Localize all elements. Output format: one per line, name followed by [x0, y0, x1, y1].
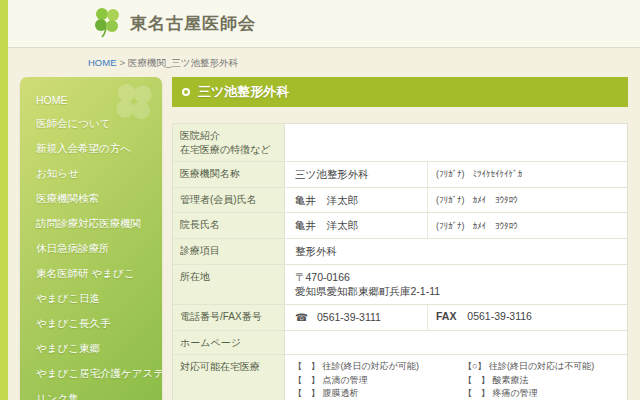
sidebar-item[interactable]: HOME [20, 89, 162, 111]
manager-label: 管理者(会員)氏名 [173, 188, 285, 213]
table-row: 医院紹介 在宅医療の特徴など [173, 124, 627, 162]
sidebar-item[interactable]: 休日急病診療所 [20, 237, 162, 261]
table-row: 電話番号/FAX番号 ☎ 0561-39-3111 FAX 0561-39-31… [173, 305, 627, 331]
postal-code: 〒470-0166 [295, 270, 617, 285]
homecare-item: 【 】 腹膜透析 [293, 387, 449, 400]
sidebar-item[interactable]: 医療機関検索 [20, 187, 162, 211]
street-address: 愛知県愛知郡東郷町兵庫2-1-11 [295, 285, 440, 297]
sidebar-item[interactable]: やまびこ東郷 [20, 337, 162, 361]
page-title-bar: 三ツ池整形外科 [172, 77, 628, 107]
department-label: 診療項目 [173, 239, 285, 264]
homecare-item: 【 】 酸素療法 [463, 374, 619, 388]
clinic-info-table: 医院紹介 在宅医療の特徴など 医療機関名称 三ツ池整形外科 (ﾌﾘｶﾞﾅ) ﾐﾂ… [172, 123, 628, 400]
name-value: 三ツ池整形外科 [285, 162, 427, 187]
director-kana: ｶﾒｲ ﾖｳﾀﾛｳ [473, 221, 518, 231]
intro-value [285, 124, 627, 161]
homepage-label: ホームページ [173, 331, 285, 355]
address-value: 〒470-0166 愛知県愛知郡東郷町兵庫2-1-11 [285, 265, 627, 304]
homepage-value [285, 331, 627, 355]
sidebar-nav: HOME医師会について新規入会希望の方へお知らせ医療機関検索訪問診療対応医療機関… [20, 77, 162, 400]
fax-cell: FAX 0561-39-3116 [427, 305, 627, 330]
sidebar-item[interactable]: 新規入会希望の方へ [20, 137, 162, 161]
fax-label: FAX [436, 310, 456, 322]
table-row: ホームページ [173, 331, 627, 356]
homecare-checklist: 【 】 往診(終日の対応が可能)【 】 点滴の管理【 】 腹膜透析【 】 経管栄… [285, 355, 627, 400]
homecare-label: 対応可能在宅医療 [173, 355, 285, 400]
kana-label: (ﾌﾘｶﾞﾅ) [436, 169, 465, 179]
table-row: 所在地 〒470-0166 愛知県愛知郡東郷町兵庫2-1-11 [173, 265, 627, 305]
sidebar-item[interactable]: 東名医師研 やまびこ [20, 262, 162, 286]
homecare-item: 【 】 点滴の管理 [293, 374, 449, 388]
left-accent-stripe [0, 0, 8, 400]
sidebar-column: HOME医師会について新規入会希望の方へお知らせ医療機関検索訪問診療対応医療機関… [20, 77, 162, 400]
table-row: 対応可能在宅医療 【 】 往診(終日の対応が可能)【 】 点滴の管理【 】 腹膜… [173, 355, 627, 400]
homecare-column-right: 【○】 往診(終日の対応は不可能)【 】 酸素療法【 】 疼痛の管理【 】 人工… [463, 360, 619, 400]
sidebar-item[interactable]: 医師会について [20, 112, 162, 136]
phone-value: ☎ 0561-39-3111 [285, 305, 427, 330]
main-layout: HOME医師会について新規入会希望の方へお知らせ医療機関検索訪問診療対応医療機関… [20, 77, 628, 400]
bullet-ring-icon [182, 88, 190, 96]
breadcrumb-home-link[interactable]: HOME [88, 57, 117, 68]
phone-icon: ☎ [295, 311, 308, 323]
table-row: 管理者(会員)氏名 亀井 洋太郎 (ﾌﾘｶﾞﾅ) ｶﾒｲ ﾖｳﾀﾛｳ [173, 188, 627, 214]
site-header: 東名古屋医師会 [8, 0, 640, 48]
table-row: 院長氏名 亀井 洋太郎 (ﾌﾘｶﾞﾅ) ｶﾒｲ ﾖｳﾀﾛｳ [173, 213, 627, 239]
manager-kana: ｶﾒｲ ﾖｳﾀﾛｳ [473, 195, 518, 205]
content-area: 三ツ池整形外科 医院紹介 在宅医療の特徴など 医療機関名称 三ツ池整形外科 (ﾌ… [172, 77, 628, 400]
manager-kana-cell: (ﾌﾘｶﾞﾅ) ｶﾒｲ ﾖｳﾀﾛｳ [427, 188, 627, 213]
fax-number: 0561-39-3116 [467, 310, 532, 322]
department-value: 整形外科 [285, 239, 627, 264]
homecare-column-left: 【 】 往診(終日の対応が可能)【 】 点滴の管理【 】 腹膜透析【 】 経管栄… [293, 360, 449, 400]
name-kana: ﾐﾂｲｹｾｲｹｲｹﾞｶ [473, 169, 523, 179]
sidebar-item[interactable]: お知らせ [20, 162, 162, 186]
name-label: 医療機関名称 [173, 162, 285, 187]
director-kana-cell: (ﾌﾘｶﾞﾅ) ｶﾒｲ ﾖｳﾀﾛｳ [427, 213, 627, 238]
sidebar-item[interactable]: やまびこ長久手 [20, 312, 162, 336]
page: { "colors": { "accent_green": "#a5bc2a",… [0, 0, 640, 400]
name-kana-cell: (ﾌﾘｶﾞﾅ) ﾐﾂｲｹｾｲｹｲｹﾞｶ [427, 162, 627, 187]
clover-logo-icon [92, 6, 122, 42]
breadcrumb-current: 医療機関_三ツ池整形外科 [128, 57, 238, 68]
sidebar-item[interactable]: やまびこ居宅介護ケアステーション [20, 362, 162, 386]
page-title: 三ツ池整形外科 [198, 83, 289, 101]
director-value: 亀井 洋太郎 [285, 213, 427, 238]
sidebar-item[interactable]: やまびこ日進 [20, 287, 162, 311]
sidebar-item[interactable]: リンク集 [20, 387, 162, 400]
kana-label: (ﾌﾘｶﾞﾅ) [436, 221, 465, 231]
manager-value: 亀井 洋太郎 [285, 188, 427, 213]
director-label: 院長氏名 [173, 213, 285, 238]
sidebar-item[interactable]: 訪問診療対応医療機関 [20, 212, 162, 236]
phone-label: 電話番号/FAX番号 [173, 305, 285, 330]
homecare-item: 【 】 疼痛の管理 [463, 387, 619, 400]
homecare-item: 【 】 往診(終日の対応が可能) [293, 360, 449, 374]
site-title: 東名古屋医師会 [130, 12, 256, 35]
kana-label: (ﾌﾘｶﾞﾅ) [436, 195, 465, 205]
phone-number: 0561-39-3111 [317, 311, 381, 323]
sidebar-item-list: HOME医師会について新規入会希望の方へお知らせ医療機関検索訪問診療対応医療機関… [20, 89, 162, 400]
address-label: 所在地 [173, 265, 285, 304]
table-row: 医療機関名称 三ツ池整形外科 (ﾌﾘｶﾞﾅ) ﾐﾂｲｹｾｲｹｲｹﾞｶ [173, 162, 627, 188]
homecare-item: 【○】 往診(終日の対応は不可能) [463, 360, 619, 374]
intro-label: 医院紹介 在宅医療の特徴など [173, 124, 285, 161]
table-row: 診療項目 整形外科 [173, 239, 627, 265]
breadcrumb: HOME>医療機関_三ツ池整形外科 [88, 57, 640, 70]
breadcrumb-separator: > [120, 57, 126, 68]
